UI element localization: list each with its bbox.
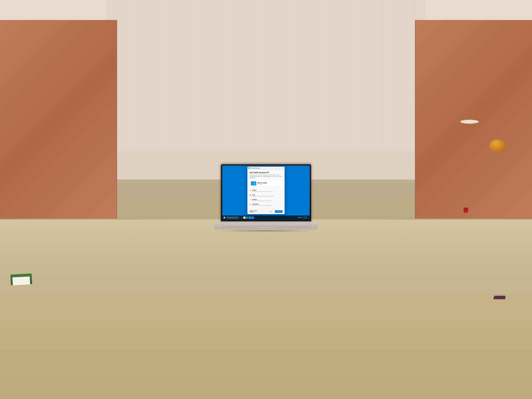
- background-scene: [0, 0, 170, 128]
- cabinet-left: [0, 20, 117, 128]
